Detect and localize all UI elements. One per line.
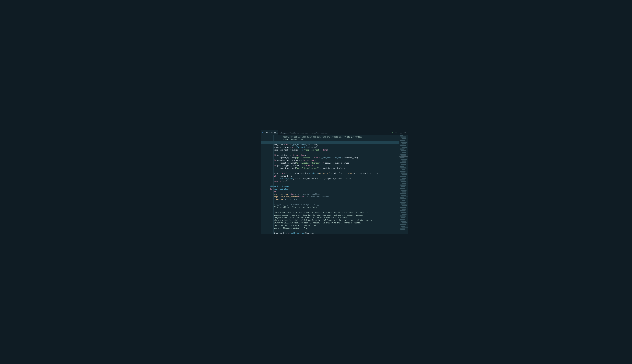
svg-point-8 xyxy=(406,132,406,133)
git-compare-icon[interactable] xyxy=(395,131,398,134)
svg-marker-1 xyxy=(391,132,392,133)
left-gutter xyxy=(224,130,261,234)
minimap-viewport-indicator[interactable] xyxy=(399,156,408,157)
breadcrumb-path: .venv/lib/python3.8/site-packages/azure/… xyxy=(274,132,328,134)
split-editor-icon[interactable] xyxy=(400,131,402,134)
editor-window: container.py .venv/lib/python3.8/site-pa… xyxy=(224,130,408,234)
svg-point-6 xyxy=(404,132,405,133)
run-icon[interactable] xyxy=(390,131,393,134)
svg-point-2 xyxy=(396,132,396,132)
editor-body: :caption: Get an item from the database … xyxy=(261,135,408,234)
more-icon[interactable] xyxy=(404,131,407,134)
code-area[interactable]: :caption: Get an item from the database … xyxy=(261,135,399,234)
minimap[interactable] xyxy=(399,135,408,234)
code-text: :caption: Get an item from the database … xyxy=(261,135,399,234)
tab-actions xyxy=(390,130,407,135)
minimap-content xyxy=(400,135,408,230)
svg-point-7 xyxy=(405,132,406,133)
svg-point-3 xyxy=(397,133,397,133)
python-file-icon xyxy=(262,132,264,134)
